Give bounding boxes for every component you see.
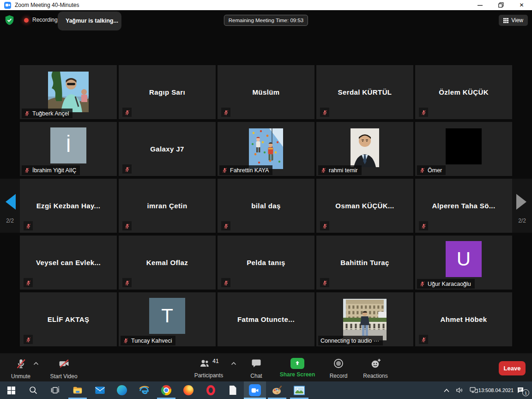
restore-button[interactable] — [490, 0, 511, 10]
participant-tile[interactable]: Pelda tanış — [218, 236, 314, 290]
participant-name-tag: Uğur Karacaoğlu — [417, 279, 475, 289]
taskbar-icon-firefox[interactable] — [177, 381, 200, 399]
participant-name: Özlem KÜÇÜK — [415, 65, 512, 119]
muted-mic-icon — [320, 108, 329, 117]
taskbar-icon-opera[interactable] — [200, 381, 222, 399]
meeting-window: Recording Yağmur is talking... Remaining… — [0, 10, 532, 381]
page-indicator-left: 2/2 — [0, 218, 20, 224]
participant-tile[interactable]: Fahrettin KAYA — [218, 122, 314, 176]
clock-date: 8.04.2021 — [491, 387, 514, 393]
participant-tile[interactable]: Özlem KÜÇÜK — [415, 65, 512, 119]
taskbar-icon-paint[interactable] — [266, 381, 288, 399]
participant-name: Serdal KÜRTÜL — [316, 65, 413, 119]
zoom-app-icon — [4, 2, 11, 9]
muted-mic-icon — [222, 167, 228, 173]
participant-name: Ragıp Sarı — [119, 65, 216, 119]
taskbar-icon-notepad[interactable] — [222, 381, 244, 399]
participant-tile[interactable]: UUğur Karacaoğlu — [415, 236, 512, 290]
participant-tile[interactable]: rahmi temir — [316, 122, 413, 176]
participant-tile[interactable]: Kemal Oflaz — [119, 236, 216, 290]
muted-mic-icon — [122, 108, 132, 117]
participant-tile[interactable]: Ezgi Kezban Hay... — [20, 179, 117, 233]
participant-tile[interactable]: Alperen Taha Sö... — [415, 179, 512, 233]
volume-icon[interactable] — [453, 381, 466, 399]
participant-video — [343, 299, 387, 340]
muted-mic-icon — [419, 108, 428, 117]
participant-name: Müslüm — [218, 65, 314, 119]
taskbar-icon-search[interactable] — [22, 381, 44, 399]
participant-tile[interactable]: Müslüm — [218, 65, 314, 119]
taskbar-icon-photos[interactable] — [288, 381, 310, 399]
share-screen-icon — [290, 358, 304, 369]
minimize-button[interactable] — [470, 0, 490, 10]
muted-mic-icon — [221, 278, 230, 287]
participant-tile[interactable]: Serdal KÜRTÜL — [316, 65, 413, 119]
taskbar-icon-zoom[interactable] — [244, 381, 266, 399]
meeting-toolbar: Unmute Start Video 41 Participants — [0, 353, 532, 381]
participant-tile[interactable]: Veysel can Evlek... — [20, 236, 117, 290]
close-button[interactable]: ✕ — [511, 0, 532, 10]
taskbar-icon-task-view[interactable] — [44, 381, 66, 399]
windows-taskbar: 13:50 8.04.2021 1 — [0, 381, 532, 399]
window-titlebar: Zoom Meeting 40-Minutes ✕ — [0, 0, 532, 10]
video-off-icon — [58, 358, 70, 371]
start-button[interactable] — [0, 381, 22, 399]
prev-page-button[interactable] — [6, 194, 16, 210]
reactions-button[interactable]: Reactions — [357, 358, 393, 379]
chat-bubble-icon — [251, 358, 262, 370]
taskbar-clock[interactable]: 13:50 8.04.2021 — [481, 381, 511, 399]
participant-tile[interactable]: Osman KÜÇÜK... — [316, 179, 413, 233]
participant-tile[interactable]: Galaxy J7 — [119, 122, 216, 176]
unmute-options-chevron[interactable] — [33, 360, 39, 367]
unmute-label: Unmute — [11, 373, 30, 380]
participant-tile[interactable]: Bahittin Turaç — [316, 236, 413, 290]
unmute-button[interactable]: Unmute — [7, 358, 35, 380]
taskbar-icon-edge[interactable] — [111, 381, 133, 399]
participants-count: 41 — [212, 358, 218, 364]
share-screen-label: Share Screen — [280, 371, 315, 378]
meeting-topbar: Recording Yağmur is talking... Remaining… — [0, 10, 532, 30]
participant-tile[interactable]: İİbrahim Yiğit AlIÇ — [20, 122, 117, 176]
view-button[interactable]: View — [499, 15, 528, 26]
view-button-label: View — [511, 17, 523, 24]
taskbar-icon-mail[interactable] — [89, 381, 111, 399]
taskbar-icon-internet-explorer[interactable] — [133, 381, 155, 399]
participant-tile[interactable]: imran Çetin — [119, 179, 216, 233]
participants-button[interactable]: 41 Participants — [189, 358, 228, 379]
muted-mic-toolbar-icon — [15, 358, 27, 371]
tray-chevron-up-icon[interactable] — [441, 381, 453, 399]
participant-avatar: İ — [50, 127, 86, 163]
share-screen-button[interactable]: Share Screen — [276, 358, 319, 378]
chat-button[interactable]: Chat — [243, 358, 269, 379]
participant-name: Alperen Taha Sö... — [415, 179, 512, 233]
taskbar-icon-chrome[interactable] — [155, 381, 177, 399]
participant-tile[interactable]: TTuncay Kahveci — [119, 292, 216, 346]
muted-mic-icon — [320, 221, 329, 230]
participant-tile[interactable]: Ragıp Sarı — [119, 65, 216, 119]
muted-mic-icon — [419, 281, 425, 287]
participant-tile[interactable]: Fatma Otuncte... — [218, 292, 314, 346]
muted-mic-icon — [419, 335, 428, 344]
record-button[interactable]: Record — [325, 358, 352, 379]
next-page-button[interactable] — [516, 194, 526, 210]
participant-tile[interactable]: ELİF AKTAŞ — [20, 292, 117, 346]
participant-name: Fatma Otuncte... — [218, 292, 314, 346]
taskbar-icon-file-explorer[interactable] — [66, 381, 89, 399]
participant-tile[interactable]: Ömer — [415, 122, 512, 176]
participant-tile[interactable]: bilal daş — [218, 179, 314, 233]
participant-name: Bahittin Turaç — [316, 236, 413, 290]
security-shield-icon[interactable] — [5, 15, 14, 27]
participant-tile[interactable]: Tuğberk Ançel — [20, 65, 117, 119]
clock-time: 13:50 — [478, 387, 491, 393]
participant-tile[interactable]: Ahmet Höbek — [415, 292, 512, 346]
participant-name-tag: Tuncay Kahveci — [121, 336, 175, 345]
muted-mic-icon — [122, 164, 132, 174]
start-video-button[interactable]: Start Video — [45, 358, 82, 380]
participant-name-tag: rahmi temir — [318, 165, 362, 175]
notification-badge: 1 — [522, 389, 529, 396]
participants-options-chevron[interactable] — [231, 360, 236, 367]
action-center-icon[interactable]: 1 — [511, 381, 530, 399]
leave-button[interactable]: Leave — [499, 361, 526, 375]
participant-tile[interactable]: Connecting to audio ··· — [316, 292, 413, 346]
participant-video-dark — [446, 128, 482, 164]
